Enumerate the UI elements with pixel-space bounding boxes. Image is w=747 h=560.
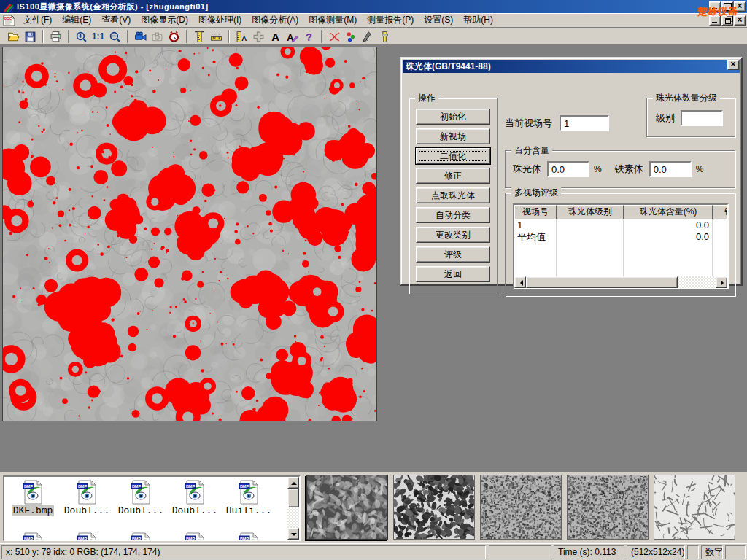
vscroll-thumb[interactable]: [287, 489, 299, 508]
table-cell: 0.0: [624, 231, 713, 243]
bmp-file-icon: BMP: [183, 480, 206, 505]
bmp-file-icon: BMP: [129, 532, 152, 541]
vendor-watermark: 楚雄仪器: [697, 5, 738, 18]
flashlight-button[interactable]: [376, 28, 393, 44]
actual-size-button[interactable]: 1:1: [90, 28, 107, 44]
column-header-0: 视场号: [514, 205, 557, 219]
file-item[interactable]: BMP: [114, 532, 168, 541]
file-item[interactable]: BMP: [60, 532, 114, 541]
ferrite-percent-input[interactable]: [649, 161, 692, 177]
thumb-1[interactable]: [306, 475, 388, 540]
bmp-file-icon: BMP: [183, 532, 206, 541]
app-icon: [2, 1, 14, 12]
thumb-4[interactable]: [567, 475, 649, 540]
table-row-2[interactable]: [514, 243, 729, 254]
particle-classify-button[interactable]: [343, 28, 360, 44]
file-item[interactable]: BMPDoubl...: [168, 480, 222, 516]
bmp-file-icon: BMP: [21, 480, 44, 505]
video-capture-button[interactable]: [132, 28, 149, 44]
ferrite-percent-unit: %: [696, 164, 704, 174]
status-bar: x: 510 y: 79 idx: 0 RGB: (174, 174, 174)…: [0, 543, 747, 560]
edit-text-icon: A: [286, 31, 298, 43]
menu-image-display[interactable]: 图像显示(D): [136, 12, 193, 28]
help-button[interactable]: ?: [301, 28, 317, 44]
draw-pen-button[interactable]: [360, 28, 376, 44]
hscroll-thumb[interactable]: [526, 276, 678, 288]
menu-file[interactable]: 文件(F): [18, 12, 57, 28]
add-text-button[interactable]: A: [267, 28, 284, 44]
scroll-up-button[interactable]: [287, 477, 299, 489]
file-item[interactable]: BMPHuiTi...: [222, 480, 276, 516]
menu-settings[interactable]: 设置(S): [419, 12, 458, 28]
file-item[interactable]: BMPDoubl...: [114, 480, 168, 516]
cross-tool-button: [250, 28, 267, 44]
scroll-left-button[interactable]: [514, 276, 526, 288]
pick-pearlite-button[interactable]: 点取珠光体: [416, 187, 490, 203]
dialog-close-button[interactable]: [727, 60, 739, 70]
change-class-button[interactable]: 更改类别: [416, 227, 490, 243]
app-window: IS100显微摄像系统(金相分析版) - [zhuguangti01] 楚雄仪器…: [0, 0, 747, 560]
zoom-out-button[interactable]: [107, 28, 123, 44]
menu-view[interactable]: 查看(V): [96, 12, 136, 28]
thumb-3[interactable]: [480, 475, 562, 540]
table-row-3[interactable]: [514, 254, 729, 266]
file-item[interactable]: BMP: [6, 532, 60, 541]
particles-icon: [345, 31, 357, 43]
document-icon[interactable]: DOC: [3, 15, 15, 26]
current-field-row: 当前视场号: [505, 115, 609, 131]
open-button[interactable]: [5, 28, 22, 44]
curve-tool-button[interactable]: [326, 28, 343, 44]
new-field-button[interactable]: 新视场: [416, 128, 490, 144]
measure-vertical-button[interactable]: [191, 28, 208, 44]
grade-input[interactable]: [681, 110, 723, 126]
file-name: Doubl...: [171, 505, 219, 516]
metallograph-image[interactable]: [2, 47, 377, 421]
status-empty-1: [489, 545, 551, 559]
column-header-1: 珠光体级别: [557, 205, 624, 219]
scroll-down-button[interactable]: [287, 528, 299, 540]
file-item[interactable]: BMPDoubl...: [60, 480, 114, 516]
status-mode: 数字: [701, 545, 723, 559]
file-item[interactable]: BMPDKF.bmp: [6, 480, 60, 516]
auto-classify-button[interactable]: 自动分类: [416, 207, 490, 223]
clock-icon: [168, 31, 180, 43]
grading-group-label: 珠光体数量分级: [653, 93, 720, 104]
file-list-vscrollbar[interactable]: [287, 477, 299, 540]
measure-label-button[interactable]: A: [233, 28, 250, 44]
menu-bar: DOC 文件(F)编辑(E)查看(V)图像显示(D)图像处理(I)图像分析(A)…: [0, 13, 747, 28]
print-button[interactable]: [47, 28, 64, 44]
multi-field-group-label: 多视场评级: [511, 187, 561, 198]
table-row-0[interactable]: 10.0: [514, 219, 729, 231]
save-button[interactable]: [22, 28, 39, 44]
table-cell: [557, 243, 624, 254]
return-button[interactable]: 返回: [416, 266, 490, 282]
timer-button[interactable]: [166, 28, 182, 44]
thumb-5[interactable]: [654, 475, 735, 540]
table-hscrollbar[interactable]: [514, 276, 727, 288]
current-field-input[interactable]: [560, 115, 609, 131]
correct-button[interactable]: 修正: [416, 168, 490, 184]
pen-icon: [362, 31, 374, 43]
scroll-right-button[interactable]: [716, 276, 727, 288]
menu-help[interactable]: 帮助(H): [458, 12, 498, 28]
table-row-1[interactable]: 平均值0.0: [514, 231, 729, 243]
bmp-file-icon: BMP: [75, 532, 98, 541]
file-item[interactable]: BMP: [222, 532, 276, 541]
menu-image-measure[interactable]: 图像测量(M): [303, 12, 362, 28]
edit-text-button[interactable]: A: [284, 28, 301, 44]
thumb-2[interactable]: [393, 475, 475, 540]
multi-field-table[interactable]: 视场号珠光体级别珠光体含量(%)铁素体 10.0平均值0.0: [513, 203, 729, 289]
file-item[interactable]: BMP: [168, 532, 222, 541]
binarize-button[interactable]: 二值化: [416, 148, 490, 164]
menu-measure-report[interactable]: 测量报告(P): [362, 12, 419, 28]
menu-edit[interactable]: 编辑(E): [57, 12, 96, 28]
file-name: HuiTi...: [225, 505, 273, 516]
measure-horizontal-button[interactable]: [208, 28, 225, 44]
zoom-in-button[interactable]: [73, 28, 90, 44]
pearlite-percent-input[interactable]: [547, 161, 589, 177]
percent-group-label: 百分含量: [511, 145, 552, 156]
rate-button[interactable]: 评级: [416, 246, 490, 262]
menu-image-process[interactable]: 图像处理(I): [193, 12, 247, 28]
initialize-button[interactable]: 初始化: [416, 109, 490, 125]
menu-image-analysis[interactable]: 图像分析(A): [247, 12, 303, 28]
